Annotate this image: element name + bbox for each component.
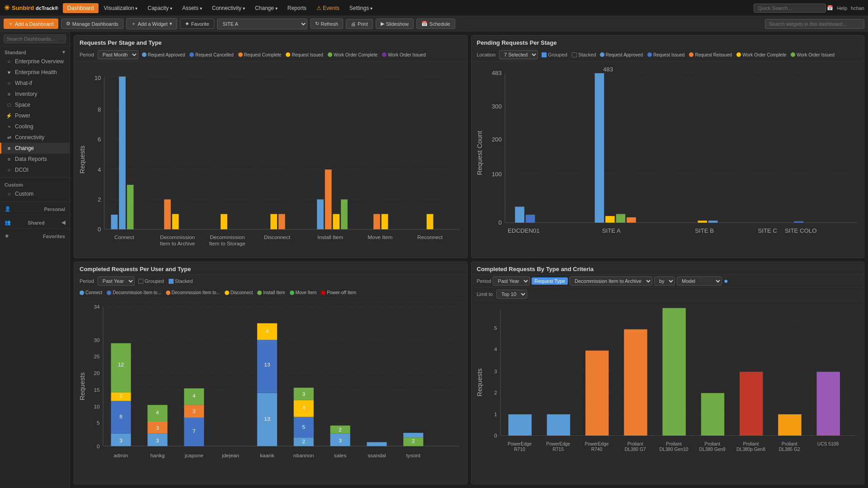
svg-text:SITE C: SITE C [758,227,777,234]
nav-dashboard[interactable]: Dashboard [63,3,99,13]
w2-legend-req-issued: Request Issued [647,52,685,57]
widget4-filter3-select[interactable]: Model [677,277,722,286]
svg-text:6: 6 [98,136,101,143]
personal-group-label[interactable]: 👤 Personal [0,203,70,213]
global-search-input[interactable] [754,4,826,13]
svg-text:0: 0 [97,443,100,449]
svg-text:Requests: Requests [79,145,86,174]
svg-text:5: 5 [97,420,100,426]
manage-dashboards-button[interactable]: ⚙ Manage Dashboards [61,19,123,29]
sidebar-item-data-reports[interactable]: ≡ Data Reports [0,154,70,164]
inventory-icon: ≡ [6,91,12,97]
widget1-period-select[interactable]: Past Month [98,50,138,59]
widget4-limit-select[interactable]: Top 10 [496,290,527,299]
person-icon: 👤 [5,206,11,212]
info-icon[interactable]: ● [724,277,728,285]
widget-arrow-icon: ▾ [170,21,172,27]
svg-text:0: 0 [498,219,501,226]
w3-poweroff-color [321,291,326,295]
sidebar-item-whatif[interactable]: ○ What-if [0,78,70,89]
shared-group-label[interactable]: 👥 Shared ◀ [0,217,70,226]
sidebar-item-dcoi[interactable]: ○ DCOI [0,164,70,175]
nav-capacity[interactable]: Capacity [143,3,176,13]
add-widget-button[interactable]: ＋ Add a Widget ▾ [126,18,177,29]
svg-text:Decommission: Decommission [160,234,195,240]
favorite-button[interactable]: ★ Favorite [180,19,214,29]
svg-text:8: 8 [119,413,123,419]
widget3-period-select[interactable]: Past Year [98,277,135,286]
svg-text:2: 2 [119,393,123,399]
widget1-controls: Period Past Month Request Approved Reque… [74,48,467,61]
nav-connectivity[interactable]: Connectivity [208,3,250,13]
w2-req-reissued-color [689,52,693,57]
svg-rect-57 [627,217,636,223]
svg-text:200: 200 [491,136,501,143]
calendar-icon[interactable]: 📅 [827,5,833,11]
sidebar-item-inventory[interactable]: ≡ Inventory [0,89,70,99]
sidebar-item-enterprise-overview[interactable]: ○ Enterprise Overview [0,56,70,67]
nav-visualization[interactable]: Visualization [99,3,142,13]
sidebar-item-space[interactable]: □ Space [0,99,70,110]
w3-disconnect-color [225,291,229,295]
svg-rect-14 [111,215,118,229]
grouped-checkbox[interactable] [542,52,547,57]
svg-text:100: 100 [491,171,501,178]
sidebar-item-connectivity[interactable]: ⇌ Connectivity [0,132,70,143]
add-dashboard-button[interactable]: ＋ Add a Dashboard [4,19,58,29]
w3-legend-decomm-archive: Decommission Item to... [107,290,161,295]
print-button[interactable]: 🖨 Print [346,19,373,29]
widget2-location-select[interactable]: 7 Selected [499,50,538,59]
slideshow-button[interactable]: ▶ Slideshow [376,19,414,29]
favorites-group-label[interactable]: ★ Favorites [0,230,70,240]
w3-legend-move: Move Item [290,290,317,295]
svg-text:483: 483 [491,70,501,76]
w3-stacked-checkbox[interactable] [169,279,174,284]
widget-search-input[interactable] [765,19,864,29]
dcoi-icon: ○ [6,167,12,173]
refresh-icon: ↻ [315,21,319,27]
widget2-grouped-radio[interactable]: Grouped [542,52,567,57]
widget4-filter1-select[interactable]: Decommission Item to Archive [570,277,652,286]
widget4-filter2-select[interactable]: by [654,277,675,286]
svg-text:0: 0 [98,226,101,233]
widget4-filter1-badge[interactable]: Request Type [532,277,568,285]
nav-events[interactable]: ⚠ Events [312,3,344,13]
sidebar-item-cooling[interactable]: ≈ Cooling [0,121,70,132]
site-selector[interactable]: SITE A [217,19,307,29]
nav-change[interactable]: Change [250,3,282,13]
legend-item-req-issued: Request Issued [286,52,323,57]
widget3-stacked-radio[interactable]: Stacked [169,278,193,284]
legend-item-req-cancelled: Request Cancelled [189,52,234,57]
req-complete-color [238,52,243,57]
svg-text:Install Item: Install Item [317,234,343,240]
help-label[interactable]: Help [837,5,847,11]
refresh-button[interactable]: ↻ Refresh [310,19,344,29]
svg-text:1: 1 [494,411,497,417]
widget4-period-select[interactable]: Past Year [493,277,530,286]
stacked-checkbox[interactable] [572,52,577,57]
sidebar-item-custom[interactable]: ○ Custom [0,188,70,199]
w3-connect-color [80,291,84,295]
nav-settings[interactable]: Settings [345,3,377,13]
svg-rect-151 [508,414,531,436]
sidebar-search-input[interactable] [4,34,66,43]
widget4-body: Requests 0 1 2 3 [472,301,864,484]
widget2-stacked-radio[interactable]: Stacked [572,52,596,57]
svg-text:SITE COLO: SITE COLO [784,227,816,234]
custom-group-label[interactable]: Custom [0,179,70,188]
sidebar-item-change[interactable]: ≡ Change [0,143,70,154]
widget-plus-icon: ＋ [131,20,136,27]
svg-rect-19 [221,214,227,230]
sidebar-item-enterprise-health[interactable]: ♥ Enterprise Health [0,67,70,78]
widget3-grouped-radio[interactable]: Grouped [138,278,164,284]
shared-icon: 👥 [5,220,11,225]
sidebar-item-power[interactable]: ⚡ Power [0,110,70,121]
standard-group-label[interactable]: Standard ▾ [0,47,70,56]
nav-assets[interactable]: Assets [178,3,207,13]
chevron-down-icon: ▾ [62,49,65,55]
w3-grouped-checkbox[interactable] [138,279,143,284]
nav-reports[interactable]: Reports [283,3,311,13]
user-account[interactable]: hchan [851,5,864,11]
schedule-button[interactable]: 📅 Schedule [416,19,455,29]
svg-text:20: 20 [94,370,100,376]
